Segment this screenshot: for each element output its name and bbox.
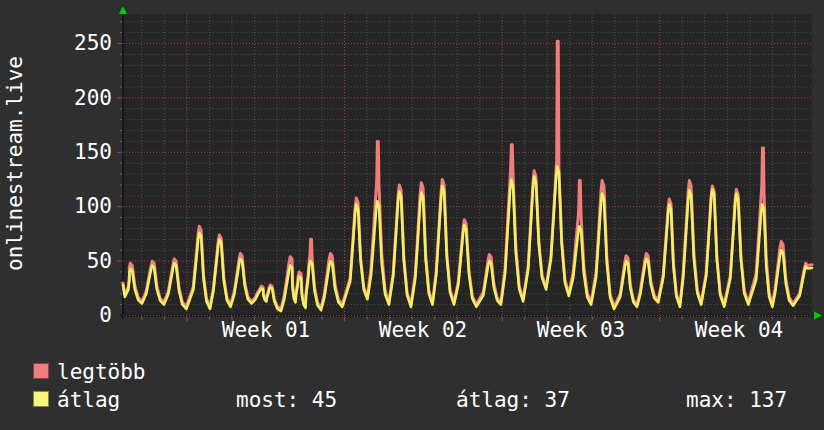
stat-max: max: 137 — [686, 389, 787, 411]
y-tick-0: 0 — [46, 304, 112, 326]
y-tick-150: 150 — [46, 141, 112, 163]
legend-swatch-atlag — [33, 391, 49, 407]
x-tick-week-01: Week 01 — [206, 319, 326, 341]
rrd-graph-page: { "title": "onlinestream.live", "colors"… — [0, 0, 824, 430]
legend-label-atlag: átlag — [57, 389, 120, 411]
x-axis-arrow — [814, 312, 822, 320]
x-tick-week-02: Week 02 — [363, 319, 483, 341]
y-tick-200: 200 — [46, 87, 112, 109]
legend-swatch-legtobb — [33, 363, 49, 379]
y-tick-100: 100 — [46, 195, 112, 217]
x-tick-week-03: Week 03 — [521, 319, 641, 341]
stat-atlag: átlag: 37 — [456, 389, 570, 411]
x-tick-week-04: Week 04 — [679, 319, 799, 341]
legend-label-legtobb: legtöbb — [57, 361, 146, 383]
stat-most: most: 45 — [236, 389, 337, 411]
y-tick-50: 50 — [46, 250, 112, 272]
y-axis-arrow — [119, 6, 127, 14]
y-tick-250: 250 — [46, 32, 112, 54]
